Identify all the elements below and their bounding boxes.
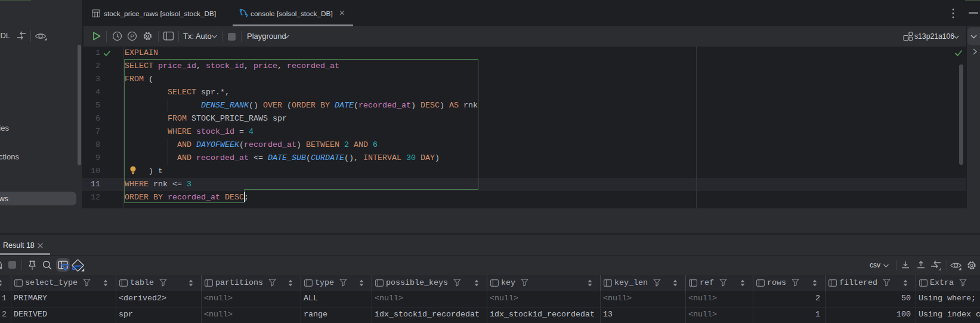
svg-text:P: P xyxy=(131,33,134,39)
